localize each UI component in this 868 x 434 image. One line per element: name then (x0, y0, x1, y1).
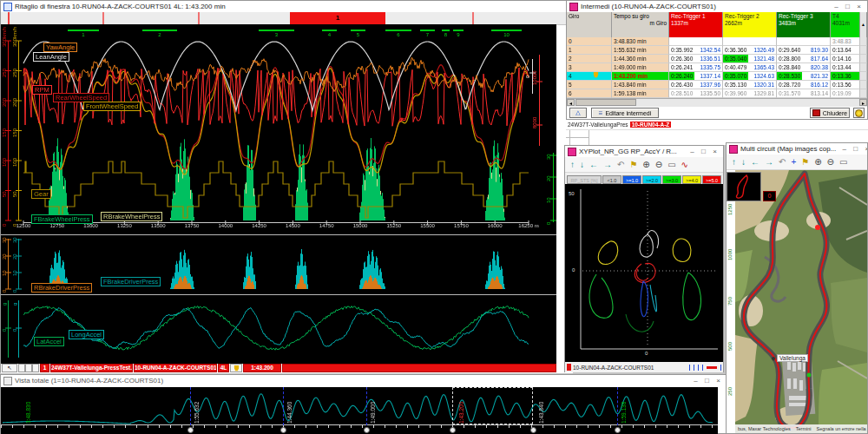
legend-run[interactable]: 10-RUN04-A-Z (630, 122, 672, 128)
strip-session[interactable]: 24W37T-Vallelunga-PressTest.2 (50, 364, 133, 372)
zoom-in-icon[interactable]: ⊕ (814, 156, 821, 168)
channel-label-LeanAngle[interactable]: LeanAngle (33, 52, 69, 62)
channel-label-LongAccel[interactable]: LongAccel (69, 330, 104, 339)
channel-label-FBrakeWheelPress[interactable]: FBrakeWheelPress (31, 214, 93, 224)
lap-marker-handle[interactable] (615, 427, 621, 433)
zoom-in-icon[interactable]: ⊕ (642, 159, 649, 171)
flag-icon[interactable]: ⚑ (629, 159, 637, 171)
minimize-button[interactable]: – (838, 145, 850, 153)
lap-ruler-selected-lap[interactable]: 1 (290, 12, 385, 24)
laptimes-window-controls: – □ × (831, 3, 865, 10)
channel-label-YawAngle[interactable]: YawAngle (43, 43, 77, 52)
maximize-button[interactable]: □ (701, 377, 713, 385)
maximize-button[interactable]: □ (842, 3, 853, 10)
maximize-button[interactable]: □ (850, 145, 861, 153)
zoom-out-icon[interactable]: ⊖ (655, 159, 662, 171)
x-axis-tick: 14000 (214, 223, 237, 228)
rect-select-icon[interactable]: ▭ (667, 159, 675, 171)
hscroll-left[interactable]: ◄ (567, 99, 575, 106)
hscroll-thumb[interactable] (575, 99, 636, 106)
channel-label-FBrakeDriverPress[interactable]: FBrakeDriverPress (101, 277, 161, 286)
channel-label-RBrakeDriverPress[interactable]: RBrakeDriverPress (31, 283, 92, 293)
table-row[interactable]: 41:43.200 min0:26.2401337.140:35.0701324… (567, 72, 860, 81)
lap-marker-handle[interactable] (187, 427, 194, 433)
strip-lap-number[interactable]: 1 (40, 364, 49, 372)
edit-sectors-button[interactable]: ≡ Editare intermedi (591, 108, 659, 118)
pan-down-icon[interactable]: ↓ (580, 159, 584, 171)
strip-lap-count[interactable]: 4L (218, 364, 229, 372)
zoom-out-icon[interactable]: ⊖ (827, 156, 834, 168)
table-row[interactable]: 11:55.632 min0:35.9921342.540:36.3601326… (567, 46, 860, 55)
table-row[interactable]: 21:44.360 min0:26.3601336.510:35.0401321… (567, 55, 860, 63)
channel-label-RPM[interactable]: RPM (32, 85, 52, 95)
close-button[interactable]: × (853, 3, 865, 10)
close-button[interactable]: × (861, 145, 867, 153)
press-axis-tick: 10 (2, 270, 7, 276)
map-content[interactable]: 12501000750500250 (727, 170, 867, 433)
channel-label-FrontWheelSpeed[interactable]: FrontWheelSpeed (83, 102, 141, 111)
maximize-button[interactable]: □ (698, 148, 709, 155)
attribution-report-link[interactable]: Segnala un errore nella mappa (816, 426, 867, 431)
attribution-terms-link[interactable]: Termini (796, 426, 812, 431)
minimize-button[interactable]: – (687, 148, 698, 155)
lap-marker-handle[interactable] (530, 427, 536, 433)
table-row[interactable]: 31:49.000 min0:26.2411335.750:40.4791365… (567, 63, 860, 72)
attribution-provider: bus, Maxar Technologies (738, 426, 791, 431)
close-table-button[interactable]: Chiudere (810, 108, 850, 118)
hscroll-right[interactable]: ► (859, 99, 867, 106)
minimize-button[interactable]: – (690, 377, 701, 385)
undo-icon[interactable]: ↶ (779, 156, 786, 168)
satellite-map[interactable] (735, 170, 867, 433)
pan-right-icon[interactable]: → (765, 156, 773, 168)
flag-icon[interactable]: ⚑ (801, 156, 809, 168)
strip-run[interactable]: 10-RUN04-A-ZACK-COURTS01 (134, 364, 217, 372)
strip-cell[interactable] (18, 364, 25, 372)
lap-marker-handle[interactable] (364, 427, 370, 433)
brake-press-panel[interactable]: RBrakeDriverPressFBrakeDriverPress001010… (1, 234, 556, 295)
overview-scrollbar[interactable] (1, 425, 718, 434)
help-button[interactable] (853, 108, 865, 118)
table-row[interactable]: 51:43.840 min0:26.4301337.960:35.1301320… (567, 81, 860, 89)
lap-ruler[interactable]: 1 (1, 12, 573, 25)
minimize-button[interactable]: – (831, 3, 842, 10)
pan-left-icon[interactable]: ← (751, 156, 760, 168)
pan-right-icon[interactable]: → (603, 159, 612, 171)
channel-label-Gear[interactable]: Gear (31, 189, 51, 199)
close-button[interactable]: × (709, 148, 720, 155)
overview-plot[interactable]: 3:48.8301:55.6321:44.3601:49.0001:43.200… (1, 387, 718, 425)
speed-rpm-panel[interactable]: 12345678910YawAngleLeanAngleRPMRearWheel… (1, 24, 556, 234)
cell-t2: 0:40.4791365.43 (723, 63, 777, 72)
accel-panel[interactable]: LatAccelLongAccel00gg (1, 294, 556, 363)
laptimes-hscrollbar[interactable]: ◄ ► (567, 98, 867, 107)
pan-down-icon[interactable]: ↓ (741, 156, 746, 168)
run-legend-strip: 24W37T-VallelungaPres 10-RUN04-A-Z (566, 120, 868, 130)
close-button[interactable]: × (713, 377, 724, 385)
strip-cell[interactable] (25, 364, 32, 372)
undo-icon[interactable]: ↶ (617, 159, 624, 171)
track-inset[interactable] (727, 172, 761, 201)
strip-cell[interactable] (32, 364, 39, 372)
table-row[interactable]: 03:48.830 min3:48.83 (567, 37, 860, 46)
speed-axis-tick: 100 (12, 158, 17, 167)
lap-marker-handle[interactable] (280, 427, 286, 433)
gg-plot[interactable]: 50 0 0 (565, 184, 723, 362)
table-scroll-up[interactable]: ▲ (860, 12, 867, 37)
lap-ruler-tick (472, 12, 474, 24)
channel-label-RBrakeWheelPress[interactable]: RBrakeWheelPress (101, 212, 162, 221)
x-axis-tick: 14250 (248, 223, 271, 228)
delta-button[interactable]: △ (569, 108, 587, 118)
rect-select-icon[interactable]: ▭ (839, 156, 847, 168)
lap-marker-handle[interactable] (450, 427, 456, 433)
lap-time-label: 1:55.632 (194, 402, 200, 424)
pointer-tool-button[interactable]: ↖ (2, 364, 17, 372)
crosshair-icon[interactable]: + (791, 156, 796, 168)
table-row[interactable]: 61:59.138 min0:28.5101335.500:39.9601329… (567, 89, 860, 98)
pan-left-icon[interactable]: ← (589, 159, 598, 171)
pan-up-icon[interactable]: ↑ (732, 156, 736, 168)
channel-label-LatAccel[interactable]: LatAccel (34, 337, 64, 346)
gg-ytick-zero: 0 (572, 267, 575, 273)
strip-best-time[interactable]: 1:43.200 (243, 364, 281, 372)
curve-tool-icon[interactable]: ∿ (681, 159, 688, 171)
pan-up-icon[interactable]: ↑ (570, 159, 575, 171)
press-axis-tick: 20 (2, 253, 7, 260)
